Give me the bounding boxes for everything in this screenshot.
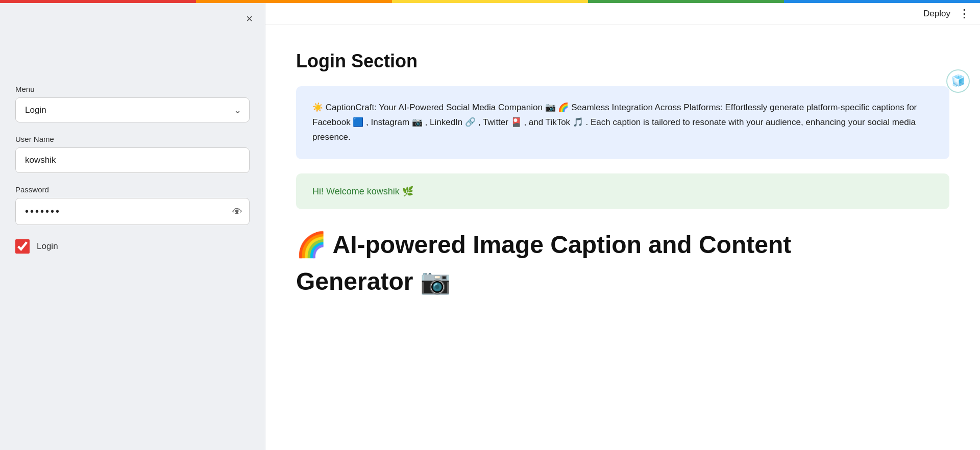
generator-title-text-1: 🌈 AI-powered Image Caption and Content [296,230,791,260]
password-wrapper: 👁 [15,198,250,225]
password-input[interactable] [15,198,250,225]
welcome-box: Hi! Welcome kowshik 🌿 [296,173,949,209]
sidebar: × Menu Login ⌄ User Name Password 👁 Logi… [0,3,265,450]
menu-select[interactable]: Login [15,97,250,122]
generator-title-text-2: Generator 📷 [296,266,451,297]
info-box: ☀️ CaptionCraft: Your AI-Powered Social … [296,86,949,159]
login-button-row: Login [15,239,250,254]
eye-icon: 👁 [232,206,242,217]
welcome-text: Hi! Welcome kowshik 🌿 [312,186,413,196]
section-title: Login Section [296,51,949,72]
main-header: Deploy ⋮ [265,3,980,25]
menu-label: Menu [15,85,250,93]
username-label: User Name [15,135,250,143]
generator-title: 🌈 AI-powered Image Caption and Content G… [296,230,949,297]
deploy-button[interactable]: Deploy [923,9,950,19]
box-icon: 🧊 [951,74,965,88]
password-label: Password [15,185,250,194]
close-button[interactable]: × [246,13,253,24]
content-area: Login Section ☀️ CaptionCraft: Your AI-P… [265,25,980,322]
main-content: Deploy ⋮ 🧊 Login Section ☀️ CaptionCraft… [265,3,980,450]
floating-icon-button[interactable]: 🧊 [946,69,970,93]
login-checkbox[interactable] [15,239,30,254]
menu-select-wrapper: Login ⌄ [15,97,250,122]
login-button-label[interactable]: Login [37,241,58,252]
info-text: ☀️ CaptionCraft: Your AI-Powered Social … [312,103,917,142]
app-layout: × Menu Login ⌄ User Name Password 👁 Logi… [0,3,980,450]
show-password-button[interactable]: 👁 [232,206,242,217]
more-menu-button[interactable]: ⋮ [959,8,970,19]
username-input[interactable] [15,147,250,173]
